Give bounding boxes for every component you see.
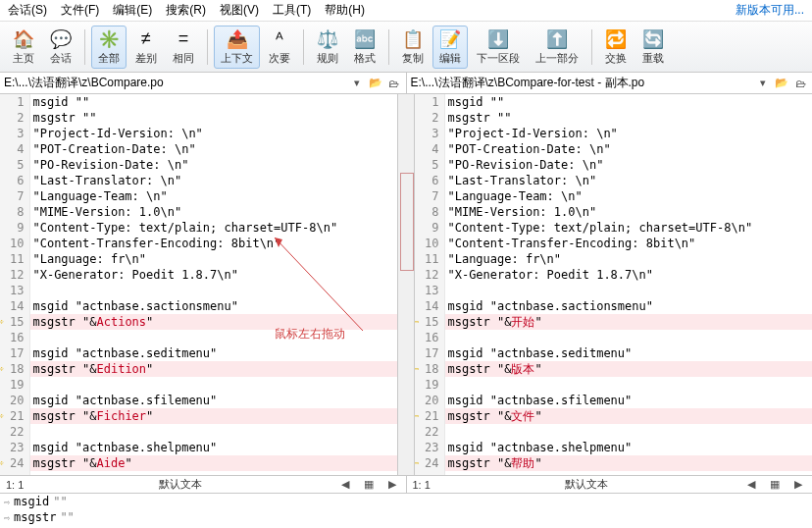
- prev-section-icon: ⬆️: [546, 28, 568, 50]
- edit-button[interactable]: 📝编辑: [432, 26, 468, 69]
- format-button[interactable]: 🔤格式: [347, 26, 382, 69]
- bottom-key-2: msgstr: [14, 510, 56, 524]
- menu-session[interactable]: 会话(S): [8, 2, 47, 19]
- new-version-link[interactable]: 新版本可用...: [736, 2, 804, 19]
- pane-divider[interactable]: [397, 94, 415, 475]
- scroll-right-icon[interactable]: ▶: [790, 477, 806, 493]
- swap-icon: 🔁: [605, 28, 627, 50]
- right-path-input[interactable]: [411, 75, 753, 92]
- edit-icon: 📝: [439, 28, 461, 50]
- browse-icon[interactable]: 🗁: [792, 76, 808, 91]
- reload-icon: 🔄: [642, 28, 664, 50]
- left-pane: 1234567891011121314➪151617➪181920➪212223…: [0, 94, 397, 475]
- right-code[interactable]: msgid ""msgstr """Project-Id-Version: \n…: [445, 94, 812, 475]
- scroll-grip-icon[interactable]: ▦: [767, 477, 783, 493]
- menu-tools[interactable]: 工具(T): [273, 2, 311, 19]
- reload-button[interactable]: 🔄重载: [635, 26, 671, 69]
- copy-button[interactable]: 📋复制: [395, 26, 431, 69]
- left-mode: 默认文本: [159, 477, 202, 492]
- left-path-cell: ▾ 📂 🗁: [0, 73, 406, 93]
- toolbar: 🏠主页 💬会话 ✳️全部 ≠差别 =相同 📤上下文 ᴬ次要 ⚖️规则 🔤格式 📋…: [0, 22, 812, 73]
- left-gutter: 1234567891011121314➪151617➪181920➪212223…: [0, 94, 30, 475]
- rules-icon: ⚖️: [317, 28, 338, 50]
- right-path-cell: ▾ 📂 🗁: [406, 73, 813, 93]
- separator: [388, 29, 389, 65]
- menu-bar: 会话(S) 文件(F) 编辑(E) 搜索(R) 视图(V) 工具(T) 帮助(H…: [0, 0, 812, 22]
- minor-button[interactable]: ᴬ次要: [262, 26, 297, 69]
- bottom-row-1: ⇨ msgid "": [0, 494, 812, 509]
- scroll-left-icon[interactable]: ◀: [337, 477, 353, 493]
- right-cursor-pos: 1: 1: [413, 479, 431, 491]
- status-bar: 1: 1 默认文本 ◀ ▦ ▶ 1: 1 默认文本 ◀ ▦ ▶: [0, 475, 812, 493]
- left-cursor-pos: 1: 1: [6, 479, 24, 491]
- home-icon: 🏠: [13, 28, 34, 50]
- menu-view[interactable]: 视图(V): [220, 2, 259, 19]
- right-gutter: 1234567891011121314⇦151617⇦181920⇦212223…: [415, 94, 445, 475]
- drag-handle[interactable]: [400, 173, 414, 271]
- right-mode: 默认文本: [565, 477, 608, 492]
- diff-button[interactable]: ≠差别: [128, 26, 164, 69]
- next-section-button[interactable]: ⬇️下一区段: [470, 26, 527, 69]
- arrow-icon: ⇨: [4, 512, 10, 523]
- same-button[interactable]: =相同: [166, 26, 201, 69]
- scroll-left-icon[interactable]: ◀: [743, 477, 759, 493]
- right-pane: 1234567891011121314⇦151617⇦181920⇦212223…: [415, 94, 812, 475]
- next-section-icon: ⬇️: [487, 28, 509, 50]
- minor-icon: ᴬ: [276, 28, 283, 50]
- separator: [207, 29, 208, 65]
- dropdown-icon[interactable]: ▾: [755, 76, 771, 91]
- bottom-panel: ⇨ msgid "" ⇨ msgstr "": [0, 493, 812, 525]
- left-path-input[interactable]: [4, 75, 346, 92]
- browse-icon[interactable]: 🗁: [386, 76, 402, 91]
- arrow-icon: ⇨: [4, 497, 10, 507]
- same-icon: =: [178, 28, 189, 50]
- all-icon: ✳️: [98, 28, 120, 50]
- open-icon[interactable]: 📂: [774, 76, 789, 91]
- compare-panes: 1234567891011121314➪151617➪181920➪212223…: [0, 94, 812, 475]
- swap-button[interactable]: 🔁交换: [598, 26, 634, 69]
- format-icon: 🔤: [354, 28, 376, 50]
- context-icon: 📤: [227, 28, 248, 50]
- bottom-key-1: msgid: [14, 495, 49, 508]
- dropdown-icon[interactable]: ▾: [349, 76, 365, 91]
- bottom-row-2: ⇨ msgstr "": [0, 509, 812, 525]
- menu-help[interactable]: 帮助(H): [325, 2, 365, 19]
- prev-section-button[interactable]: ⬆️上一部分: [529, 26, 585, 69]
- open-icon[interactable]: 📂: [368, 76, 383, 91]
- copy-icon: 📋: [402, 28, 424, 50]
- separator: [84, 29, 85, 65]
- menu-file[interactable]: 文件(F): [61, 2, 99, 19]
- context-button[interactable]: 📤上下文: [214, 26, 260, 69]
- sessions-button[interactable]: 💬会话: [43, 26, 78, 69]
- separator: [591, 29, 592, 65]
- home-button[interactable]: 🏠主页: [6, 26, 41, 69]
- bottom-val-1: "": [53, 495, 67, 508]
- diff-icon: ≠: [141, 28, 151, 50]
- sessions-icon: 💬: [50, 28, 72, 50]
- all-button[interactable]: ✳️全部: [91, 26, 127, 69]
- scroll-right-icon[interactable]: ▶: [384, 477, 400, 493]
- menu-edit[interactable]: 编辑(E): [113, 2, 152, 19]
- left-code[interactable]: msgid ""msgstr """Project-Id-Version: \n…: [30, 94, 397, 475]
- right-status: 1: 1 默认文本 ◀ ▦ ▶: [406, 476, 813, 493]
- separator: [303, 29, 304, 65]
- bottom-val-2: "": [60, 510, 74, 524]
- menu-search[interactable]: 搜索(R): [166, 2, 206, 19]
- scroll-grip-icon[interactable]: ▦: [361, 477, 377, 493]
- left-status: 1: 1 默认文本 ◀ ▦ ▶: [0, 476, 406, 493]
- path-bar: ▾ 📂 🗁 ▾ 📂 🗁: [0, 73, 812, 94]
- rules-button[interactable]: ⚖️规则: [310, 26, 345, 69]
